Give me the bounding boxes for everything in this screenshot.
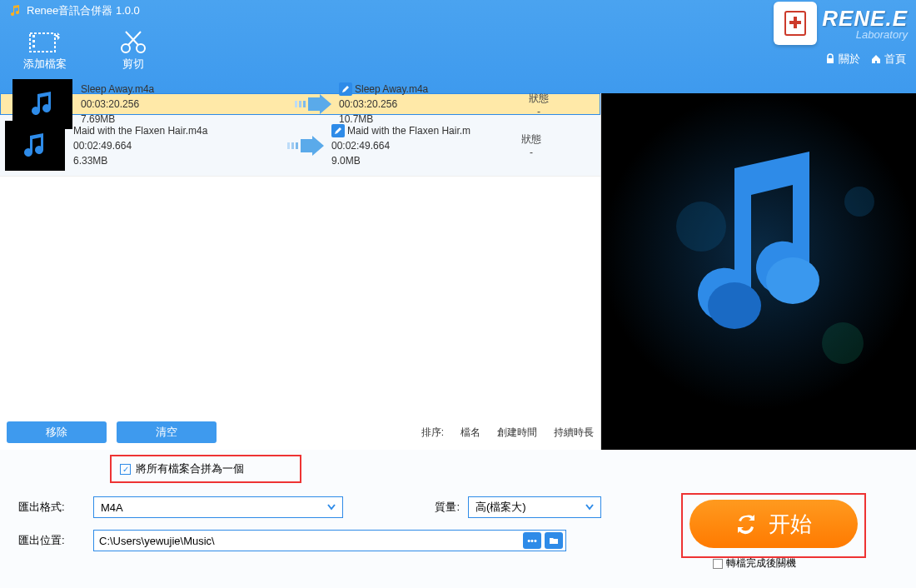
svg-rect-12 [291, 142, 294, 149]
path-label: 匯出位置: [18, 533, 85, 548]
output-duration: 00:03:20.256 [339, 97, 514, 112]
shutdown-checkbox-row[interactable]: 轉檔完成後關機 [713, 556, 796, 571]
output-duration: 00:02:49.664 [331, 138, 506, 153]
list-item[interactable]: Sleep Away.m4a 00:03:20.256 7.69MB Sleep… [0, 93, 600, 115]
format-select[interactable]: M4A [93, 496, 343, 518]
quality-label: 質量: [410, 500, 460, 515]
add-files-label: 添加檔案 [23, 57, 67, 72]
svg-point-4 [122, 44, 130, 52]
app-icon [8, 4, 22, 17]
svg-rect-7 [827, 58, 834, 63]
svg-rect-14 [601, 93, 916, 410]
cut-button[interactable]: 剪切 [117, 28, 150, 72]
more-button[interactable]: ••• [523, 532, 541, 549]
chevron-down-icon [327, 504, 336, 511]
file-name: Sleep Away.m4a [81, 82, 289, 97]
brand: RENE.E Laboratory [774, 2, 908, 45]
arrow-right-icon [293, 94, 335, 114]
output-path-input[interactable]: C:\Users\yewujie\Music\ ••• [93, 530, 566, 551]
svg-point-19 [766, 257, 819, 304]
file-list: Sleep Away.m4a 00:03:20.256 7.69MB Sleep… [0, 93, 601, 450]
svg-rect-8 [295, 101, 297, 107]
svg-rect-1 [32, 35, 35, 37]
remove-button[interactable]: 移除 [7, 421, 107, 443]
checkbox-icon [713, 559, 723, 569]
file-size: 6.33MB [73, 153, 281, 168]
sort-by-name[interactable]: 檔名 [460, 426, 480, 440]
brand-links: 關於 首頁 [824, 52, 906, 67]
preview-art [601, 93, 916, 410]
file-duration: 00:03:20.256 [81, 97, 289, 112]
music-note-icon [26, 87, 59, 121]
svg-point-16 [822, 322, 864, 364]
output-info: Sleep Away.m4a 00:03:20.256 10.7MB [339, 82, 514, 127]
svg-rect-11 [287, 142, 290, 149]
arrow-right-icon [286, 136, 327, 156]
add-files-button[interactable]: 添加檔案 [23, 28, 67, 72]
svg-rect-10 [303, 101, 306, 107]
home-link[interactable]: 首頁 [870, 52, 906, 67]
source-info: Maid with the Flaxen Hair.m4a 00:02:49.6… [73, 123, 281, 168]
sort-row: 排序: 檔名 創建時間 持續時長 [421, 426, 594, 440]
thumbnail [5, 121, 65, 171]
status: 狀態 - [514, 92, 564, 117]
clear-button[interactable]: 清空 [117, 421, 217, 443]
arrow [289, 94, 339, 114]
svg-rect-2 [32, 40, 35, 42]
format-label: 匯出格式: [18, 500, 85, 515]
file-duration: 00:02:49.664 [73, 138, 281, 153]
status: 狀態 - [506, 132, 556, 158]
chevron-down-icon [585, 504, 594, 511]
header: Renee音訊合併器 1.0.0 添加檔案 剪切 [0, 0, 916, 93]
home-icon [870, 53, 882, 65]
brand-name: RENE.E [822, 7, 908, 29]
svg-point-18 [708, 282, 761, 329]
scissors-icon [119, 30, 147, 55]
checkbox-checked-icon: ✓ [120, 464, 131, 475]
refresh-icon [735, 513, 757, 535]
brand-logo [774, 2, 817, 45]
file-size: 7.69MB [81, 112, 289, 127]
start-button[interactable]: 开始 [689, 500, 858, 548]
sort-by-ctime[interactable]: 創建時間 [497, 426, 537, 440]
output-name: Sleep Away.m4a [355, 82, 428, 97]
output-size: 9.0MB [331, 153, 506, 168]
svg-point-5 [137, 44, 145, 52]
output-info: Maid with the Flaxen Hair.m 00:02:49.664… [331, 123, 506, 168]
output-size: 10.7MB [339, 112, 514, 127]
filmstrip-plus-icon [28, 30, 62, 55]
brand-sub: Laboratory [822, 29, 908, 40]
folder-icon [549, 536, 559, 545]
arrow [281, 136, 331, 156]
source-info: Sleep Away.m4a 00:03:20.256 7.69MB [81, 82, 289, 127]
music-note-icon [18, 129, 52, 162]
svg-rect-13 [296, 142, 298, 149]
svg-rect-3 [32, 45, 35, 47]
svg-rect-9 [299, 101, 301, 107]
preview-panel [601, 93, 916, 450]
svg-point-15 [676, 202, 726, 252]
lock-icon [824, 53, 836, 65]
main: Sleep Away.m4a 00:03:20.256 7.69MB Sleep… [0, 93, 916, 450]
list-footer: 移除 清空 排序: 檔名 創建時間 持續時長 [7, 421, 594, 443]
svg-point-17 [844, 187, 874, 217]
quality-select[interactable]: 高(檔案大) [468, 496, 601, 518]
bottom-panel: ✓ 將所有檔案合拼為一個 匯出格式: M4A 質量: 高(檔案大) 匯出位置: … [0, 450, 916, 588]
sort-by-duration[interactable]: 持續時長 [554, 426, 594, 440]
sort-label: 排序: [421, 426, 444, 440]
merge-label: 將所有檔案合拼為一個 [136, 461, 244, 476]
cut-label: 剪切 [122, 57, 144, 72]
app-title: Renee音訊合併器 1.0.0 [27, 3, 140, 18]
about-link[interactable]: 關於 [824, 52, 860, 67]
merge-checkbox-row[interactable]: ✓ 將所有檔案合拼為一個 [120, 461, 244, 476]
edit-icon[interactable] [339, 82, 352, 96]
browse-folder-button[interactable] [545, 532, 563, 549]
